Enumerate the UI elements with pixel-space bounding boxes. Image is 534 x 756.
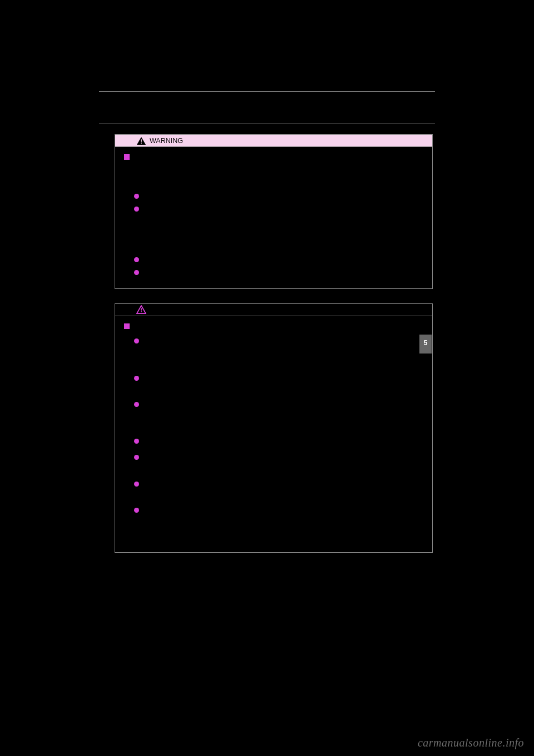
notice-bullet: If the battery is replaced, the new batt…: [134, 479, 423, 500]
bullet-icon: [134, 194, 139, 199]
notice-label: NOTICE: [150, 306, 176, 313]
svg-rect-2: [141, 143, 142, 144]
warning-body: Situations where Stop & Start system sho…: [115, 147, 432, 288]
bullet-text: Use the battery for Stop & Start system.…: [144, 505, 423, 537]
bullet-icon: [134, 508, 139, 513]
warning-label: WARNING: [150, 137, 183, 145]
warning-box: WARNING Situations where Stop & Start sy…: [115, 134, 433, 289]
bullet-text: A Toyota genuine part is recommended whe…: [144, 436, 423, 447]
bullet-icon: [134, 455, 139, 460]
bullet-icon: [134, 402, 139, 407]
bullet-text: To ensure correct operation of Stop & St…: [144, 336, 423, 367]
bullet-text: If the battery has to be replaced, conta…: [144, 374, 423, 395]
bullet-text: When the windshield is frequently fogged…: [144, 268, 423, 278]
bullet-icon: [134, 257, 139, 262]
page-content: WARNING Situations where Stop & Start sy…: [99, 134, 435, 553]
notice-section-title: To ensure correct operation of Stop & St…: [134, 322, 303, 332]
bullet-icon: [134, 338, 139, 343]
header-rule: [99, 124, 435, 124]
page-number: 461: [422, 95, 435, 104]
chapter-number: 5: [424, 339, 428, 347]
notice-bullet: If the battery terminal is removed from …: [134, 453, 423, 474]
notice-bullet: A Toyota genuine part is recommended whe…: [134, 436, 423, 447]
bullet-text: If the battery is replaced, the new batt…: [144, 479, 423, 500]
notice-triangle-icon: [136, 305, 146, 314]
warning-bullet: When the vehicle is driven on a unstable…: [134, 204, 423, 225]
svg-rect-5: [141, 311, 142, 312]
svg-rect-1: [141, 139, 142, 141]
watermark-brand: carmanualsonline.info: [418, 737, 524, 749]
bullet-icon: [134, 207, 139, 212]
bullet-text: If the battery for Stop & Start system i…: [144, 400, 423, 431]
bullet-text: If the battery terminal is removed from …: [144, 453, 423, 474]
bullet-text: When the headlights' brightness is reduc…: [144, 255, 423, 266]
notice-header: NOTICE: [115, 304, 432, 316]
warning-bullet: When the headlights' brightness is reduc…: [134, 255, 423, 266]
warning-section-head: Situations where Stop & Start system sho…: [124, 153, 423, 163]
bullet-text: When the vehicle is driven on a unstable…: [144, 204, 423, 225]
section-reference: 5-2. Driving procedures: [99, 96, 174, 104]
bullet-text: When the vehicle is stopped on an excess…: [144, 192, 423, 202]
notice-box: NOTICE To ensure correct operation of St…: [115, 303, 433, 553]
warning-intro-1: Do not use Stop & Start system in any of…: [134, 168, 423, 189]
notice-section-head: To ensure correct operation of Stop & St…: [124, 322, 423, 332]
section-square-icon: [124, 154, 130, 160]
notice-bullet: To ensure correct operation of Stop & St…: [134, 336, 423, 367]
notice-bullet: If the battery has to be replaced, conta…: [134, 374, 423, 395]
warning-bullet: When the windshield is frequently fogged…: [134, 268, 423, 278]
notice-bullet: If the battery for Stop & Start system i…: [134, 400, 423, 431]
page-header: 5-2. Driving procedures 461: [99, 91, 435, 107]
chapter-side-tab: 5 Driving: [419, 335, 432, 354]
warning-header: WARNING: [115, 135, 432, 147]
notice-body: To ensure correct operation of Stop & St…: [115, 316, 432, 553]
warning-section-title: Situations where Stop & Start system sho…: [134, 153, 323, 163]
bullet-icon: [134, 376, 139, 381]
bullet-icon: [134, 270, 139, 275]
svg-rect-4: [141, 308, 142, 310]
section-square-icon: [124, 323, 130, 329]
manual-page: 5-2. Driving procedures 461 WARNING S: [99, 91, 435, 553]
warning-intro-2: Do not use Stop & Start system in any of…: [134, 231, 423, 252]
bullet-icon: [134, 482, 139, 487]
notice-bullet: Use the battery for Stop & Start system.…: [134, 505, 423, 537]
bullet-icon: [134, 439, 139, 444]
warning-bullet: When the vehicle is stopped on an excess…: [134, 192, 423, 202]
warning-triangle-icon: [136, 136, 146, 145]
